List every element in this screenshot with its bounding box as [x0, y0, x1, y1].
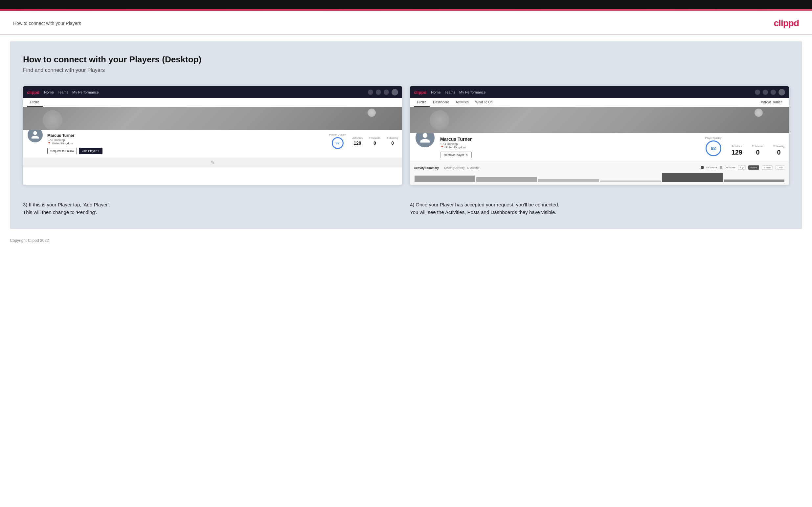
caption-3-text: 3) If this is your Player tap, 'Add Play… — [23, 202, 110, 215]
app-nav-icons-2 — [755, 89, 785, 96]
profile-location-1: 📍 United Kingdom — [47, 142, 323, 145]
tab-activities-2[interactable]: Activities — [452, 98, 472, 107]
profile-details-1: Marcus Turner 1-5 Handicap 📍 United King… — [47, 133, 323, 154]
tab-profile-1[interactable]: Profile — [27, 98, 43, 107]
search-icon-1[interactable] — [368, 90, 373, 95]
page-subtitle: Find and connect with your Players — [23, 67, 789, 73]
app-tabs-2: Profile Dashboard Activities What To On … — [410, 98, 789, 107]
app-tabs-1: Profile — [23, 98, 402, 107]
screenshots-row: clippd Home Teams My Performance Profile — [23, 86, 789, 185]
stat-following-value-2: 0 — [773, 149, 784, 156]
stat-following-2: Following 0 — [773, 145, 784, 156]
location-text-2: United Kingdom — [445, 146, 466, 149]
stat-following-value-1: 0 — [387, 140, 398, 146]
filter-6mths[interactable]: 6 mths — [748, 165, 759, 170]
screenshot-1: clippd Home Teams My Performance Profile — [23, 86, 402, 185]
stat-followers-value-2: 0 — [752, 149, 763, 156]
activity-header: Activity Summary Monthly Activity · 6 Mo… — [414, 164, 785, 170]
bar-5 — [662, 173, 723, 182]
avatar-icon-2[interactable] — [778, 89, 785, 96]
off-course-label: Off course — [725, 166, 735, 169]
golf-banner-2 — [410, 107, 789, 133]
nav-home-1[interactable]: Home — [44, 90, 54, 94]
page-footer: Copyright Clippd 2022 — [0, 236, 812, 247]
activity-legend: On course Off course — [701, 166, 735, 169]
profile-info-2: Marcus Turner 1-5 Handicap 📍 United King… — [440, 136, 701, 158]
stat-followers-label-1: Followers — [369, 136, 380, 139]
activity-title: Activity Summary — [414, 166, 439, 170]
user-icon-1[interactable] — [376, 90, 381, 95]
location-icon-2: 📍 — [440, 146, 444, 149]
user-menu-2[interactable]: Marcus Turner — [757, 98, 785, 107]
settings-icon-2[interactable] — [771, 90, 776, 95]
search-icon-2[interactable] — [755, 90, 760, 95]
profile-location-2: 📍 United Kingdom — [440, 146, 701, 149]
app-nav-links-2: Home Teams My Performance — [431, 90, 750, 94]
avatar-svg-2 — [419, 132, 431, 144]
profile-actions-1: Request to Follow Add Player + — [47, 148, 323, 154]
stat-quality-1: Player Quality 92 — [329, 133, 346, 149]
bar-1 — [414, 176, 475, 182]
filter-1mth[interactable]: 1 mth — [775, 165, 785, 170]
stat-activities-2: Activities 129 — [731, 145, 742, 156]
copyright-text: Copyright Clippd 2022 — [10, 238, 49, 243]
tab-profile-2[interactable]: Profile — [414, 98, 429, 107]
tab-whattoon-2[interactable]: What To On — [472, 98, 496, 107]
app-nav-1: clippd Home Teams My Performance — [23, 86, 402, 98]
screenshot-edit-area-1: ✎ — [23, 158, 402, 167]
stat-activities-value-1: 129 — [352, 140, 363, 146]
remove-player-button[interactable]: Remove Player ✕ — [440, 152, 472, 158]
caption-block-3: 3) If this is your Player tap, 'Add Play… — [23, 194, 402, 219]
stat-following-label-1: Following — [387, 136, 398, 139]
stat-followers-1: Followers 0 — [369, 136, 380, 146]
stat-quality-label-2: Player Quality — [705, 136, 722, 139]
profile-section-2: Marcus Turner 1-5 Handicap 📍 United King… — [410, 133, 789, 161]
nav-myperformance-1[interactable]: My Performance — [72, 90, 99, 94]
stat-followers-2: Followers 0 — [752, 145, 763, 156]
remove-player-label: Remove Player — [444, 153, 464, 157]
nav-teams-2[interactable]: Teams — [445, 90, 455, 94]
activity-title-group: Activity Summary Monthly Activity · 6 Mo… — [414, 164, 479, 170]
bar-3 — [538, 179, 599, 182]
user-icon-2[interactable] — [763, 90, 768, 95]
mini-chart — [414, 172, 785, 182]
stat-following-label-2: Following — [773, 145, 784, 148]
bar-6 — [724, 179, 784, 182]
add-player-button[interactable]: Add Player + — [79, 148, 102, 154]
settings-icon-1[interactable] — [384, 90, 389, 95]
captions-row: 3) If this is your Player tap, 'Add Play… — [23, 194, 789, 219]
on-course-dot — [701, 166, 704, 169]
profile-handicap-2: 1-5 Handicap — [440, 143, 701, 146]
top-bar — [0, 0, 812, 9]
tab-dashboard-2[interactable]: Dashboard — [429, 98, 452, 107]
main-content: How to connect with your Players (Deskto… — [10, 41, 802, 229]
app-nav-logo-1: clippd — [27, 90, 39, 95]
breadcrumb: How to connect with your Players — [13, 21, 81, 26]
stat-following-1: Following 0 — [387, 136, 398, 146]
app-nav-links-1: Home Teams My Performance — [44, 90, 363, 94]
quality-circle-1: 92 — [332, 137, 344, 149]
stat-activities-value-2: 129 — [731, 149, 742, 156]
clippd-logo: clippd — [774, 18, 799, 29]
bar-2 — [476, 177, 537, 182]
stat-activities-1: Activities 129 — [352, 136, 363, 146]
location-text-1: United Kingdom — [52, 142, 73, 145]
activity-summary: Activity Summary Monthly Activity · 6 Mo… — [410, 161, 789, 185]
avatar-icon-1[interactable] — [392, 89, 398, 96]
activity-subtitle: Monthly Activity · 6 Months — [444, 166, 479, 170]
stat-activities-label-1: Activities — [352, 136, 363, 139]
page-header: How to connect with your Players clippd — [0, 11, 812, 35]
nav-teams-1[interactable]: Teams — [58, 90, 68, 94]
filter-3mths[interactable]: 3 mths — [762, 165, 773, 170]
request-follow-button[interactable]: Request to Follow — [47, 148, 77, 154]
filter-1yr[interactable]: 1 yr — [738, 165, 746, 170]
stat-followers-label-2: Followers — [752, 145, 763, 148]
stat-activities-label-2: Activities — [731, 145, 742, 148]
page-title: How to connect with your Players (Deskto… — [23, 54, 789, 65]
profile-name-2: Marcus Turner — [440, 136, 701, 142]
stats-row-1: Player Quality 92 Activities 129 Followe… — [329, 133, 398, 149]
screenshot-2: clippd Home Teams My Performance Profile — [410, 86, 789, 185]
nav-myperformance-2[interactable]: My Performance — [459, 90, 486, 94]
tab-group-2: Profile Dashboard Activities What To On — [414, 98, 496, 107]
nav-home-2[interactable]: Home — [431, 90, 441, 94]
